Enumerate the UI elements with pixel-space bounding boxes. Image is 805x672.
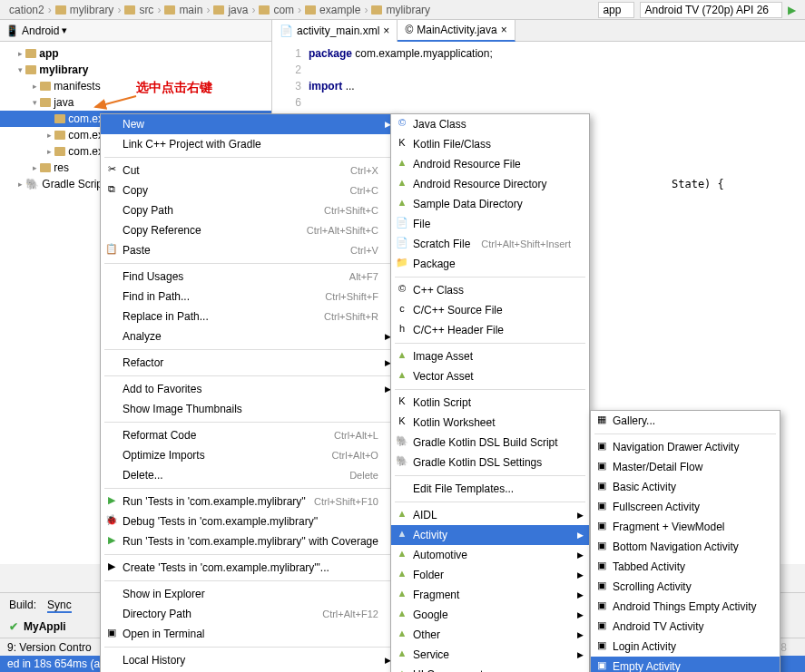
- menu-item-file[interactable]: 📄File: [391, 214, 589, 234]
- folder-icon: [259, 5, 270, 15]
- class-icon: ©: [395, 117, 409, 131]
- menu-item-scrolling-activity[interactable]: ▣Scrolling Activity: [591, 577, 780, 597]
- menu-item-delete[interactable]: Delete...Delete: [101, 465, 397, 485]
- menu-item-local-history[interactable]: Local History▶: [101, 650, 397, 670]
- menu-item-basic-activity[interactable]: ▣Basic Activity: [591, 477, 780, 497]
- menu-item-analyze[interactable]: Analyze▶: [101, 326, 397, 346]
- menu-item-optimize-imports[interactable]: Optimize ImportsCtrl+Alt+O: [101, 445, 397, 465]
- menu-item-folder[interactable]: ▲Folder▶: [391, 565, 589, 585]
- menu-item-things-empty[interactable]: ▣Android Things Empty Activity: [591, 597, 780, 617]
- menu-item-run-tests[interactable]: ▶Run 'Tests in 'com.example.mylibrary''C…: [101, 492, 397, 511]
- menu-item-vector-asset[interactable]: ▲Vector Asset: [391, 366, 589, 386]
- menu-item-sample-data[interactable]: ▲Sample Data Directory: [391, 194, 589, 214]
- menu-item-show-explorer[interactable]: Show in Explorer: [101, 584, 397, 604]
- menu-item-debug-tests[interactable]: 🐞Debug 'Tests in 'com.example.mylibrary'…: [101, 511, 397, 531]
- version-control-tab[interactable]: 9: Version Contro: [7, 641, 92, 654]
- breadcrumb-item[interactable]: src: [139, 4, 153, 16]
- device-selector[interactable]: Android TV (720p) API 26: [640, 2, 782, 18]
- menu-item-cpp-source[interactable]: cC/C++ Source File: [391, 300, 589, 320]
- menu-item-activity[interactable]: ▲Activity▶: [391, 525, 589, 545]
- menu-item-android-res-dir[interactable]: ▲Android Resource Directory: [391, 174, 589, 194]
- menu-item-empty-activity[interactable]: ▣Empty Activity: [591, 657, 780, 672]
- menu-item-new[interactable]: New▶: [101, 114, 397, 134]
- cpp-icon: ©: [395, 283, 409, 297]
- menu-item-paste[interactable]: 📋PasteCtrl+V: [101, 240, 397, 260]
- menu-item-show-thumbnails[interactable]: Show Image Thumbnails: [101, 399, 397, 419]
- menu-item-kotlin-worksheet[interactable]: KKotlin Worksheet: [391, 413, 589, 433]
- editor-tab[interactable]: 📄activity_main.xml×: [272, 20, 398, 42]
- breadcrumb-item[interactable]: mylibrary: [386, 4, 430, 16]
- menu-item-create-tests[interactable]: ▶Create 'Tests in 'com.example.mylibrary…: [101, 558, 397, 578]
- menu-item-login-activity[interactable]: ▣Login Activity: [591, 637, 780, 657]
- menu-item-link-cpp[interactable]: Link C++ Project with Gradle: [101, 134, 397, 154]
- menu-item-gradle-build[interactable]: 🐘Gradle Kotlin DSL Build Script: [391, 433, 589, 453]
- menu-item-cpp-header[interactable]: hC/C++ Header File: [391, 320, 589, 340]
- menu-item-cpp-class[interactable]: ©C++ Class: [391, 280, 589, 300]
- menu-item-kotlin-script[interactable]: KKotlin Script: [391, 393, 589, 413]
- menu-item-copy-path[interactable]: Copy PathCtrl+Shift+C: [101, 200, 397, 220]
- menu-item-android-res-file[interactable]: ▲Android Resource File: [391, 154, 589, 174]
- run-icon[interactable]: ▶: [788, 4, 796, 16]
- menu-item-open-terminal[interactable]: ▣Open in Terminal: [101, 624, 397, 644]
- breadcrumb-item[interactable]: mylibrary: [70, 4, 114, 16]
- tree-item-mylibrary[interactable]: ▾ mylibrary: [0, 62, 271, 78]
- android-icon: ▲: [395, 197, 409, 211]
- menu-item-find-usages[interactable]: Find UsagesAlt+F7: [101, 267, 397, 287]
- breadcrumb-item[interactable]: example: [319, 4, 360, 16]
- menu-item-refactor[interactable]: Refactor▶: [101, 353, 397, 373]
- menu-item-package[interactable]: 📁Package: [391, 254, 589, 274]
- menu-item-service[interactable]: ▲Service▶: [391, 645, 589, 665]
- breadcrumb-item[interactable]: com: [273, 4, 294, 16]
- kotlin-icon: K: [395, 395, 409, 410]
- menu-item-fragment-viewmodel[interactable]: ▣Fragment + ViewModel: [591, 517, 780, 537]
- menu-item-nav-drawer[interactable]: ▣Navigation Drawer Activity: [591, 437, 780, 457]
- package-icon: [54, 131, 65, 140]
- menu-item-find-in-path[interactable]: Find in Path...Ctrl+Shift+F: [101, 287, 397, 307]
- tree-item-app[interactable]: ▸ app: [0, 45, 271, 62]
- menu-item-fullscreen-activity[interactable]: ▣Fullscreen Activity: [591, 497, 780, 517]
- editor-tab-active[interactable]: ©MainActivity.java×: [398, 20, 515, 42]
- menu-item-copy-reference[interactable]: Copy ReferenceCtrl+Alt+Shift+C: [101, 220, 397, 240]
- android-icon: ▲: [395, 608, 409, 622]
- tree-item-java[interactable]: ▾ java: [0, 94, 271, 111]
- menu-item-master-detail[interactable]: ▣Master/Detail Flow: [591, 457, 780, 477]
- menu-item-ui-component[interactable]: ▲UI Component▶: [391, 665, 589, 672]
- android-icon: ▲: [395, 648, 409, 662]
- breadcrumb-item[interactable]: java: [228, 4, 248, 16]
- menu-item-tv-activity[interactable]: ▣Android TV Activity: [591, 617, 780, 637]
- menu-item-aidl[interactable]: ▲AIDL▶: [391, 505, 589, 525]
- menu-item-gradle-settings[interactable]: 🐘Gradle Kotlin DSL Settings: [391, 453, 589, 472]
- editor-tabs: 📄activity_main.xml× ©MainActivity.java×: [272, 20, 805, 42]
- menu-item-java-class[interactable]: ©Java Class: [391, 114, 589, 134]
- menu-item-image-asset[interactable]: ▲Image Asset: [391, 346, 589, 366]
- menu-item-reformat[interactable]: Reformat CodeCtrl+Alt+L: [101, 425, 397, 445]
- menu-item-cut[interactable]: ✂CutCtrl+X: [101, 161, 397, 180]
- project-tab-header[interactable]: 📱 Android ▾: [0, 20, 271, 42]
- menu-item-gallery[interactable]: ▦Gallery...: [591, 411, 780, 431]
- menu-item-add-favorites[interactable]: Add to Favorites▶: [101, 379, 397, 399]
- breadcrumb-bar: cation2› mylibrary› src› main› java› com…: [0, 0, 805, 20]
- menu-item-kotlin-file[interactable]: KKotlin File/Class: [391, 134, 589, 154]
- menu-item-run-coverage[interactable]: ▶Run 'Tests in 'com.example.mylibrary'' …: [101, 531, 397, 551]
- breadcrumb-item[interactable]: cation2: [9, 4, 44, 16]
- menu-item-directory-path[interactable]: Directory PathCtrl+Alt+F12: [101, 604, 397, 624]
- close-icon[interactable]: ×: [501, 24, 507, 36]
- activity-icon: ▣: [594, 500, 609, 514]
- folder-icon: [40, 82, 51, 91]
- activity-icon: ▣: [594, 440, 609, 454]
- menu-item-automotive[interactable]: ▲Automotive▶: [391, 545, 589, 565]
- menu-item-google[interactable]: ▲Google▶: [391, 605, 589, 625]
- menu-item-scratch[interactable]: 📄Scratch FileCtrl+Alt+Shift+Insert: [391, 234, 589, 254]
- menu-item-fragment[interactable]: ▲Fragment▶: [391, 585, 589, 605]
- menu-item-bottom-nav[interactable]: ▣Bottom Navigation Activity: [591, 537, 780, 557]
- close-icon[interactable]: ×: [383, 24, 389, 37]
- menu-item-other[interactable]: ▲Other▶: [391, 625, 589, 645]
- menu-item-copy[interactable]: ⧉CopyCtrl+C: [101, 180, 397, 200]
- menu-item-edit-templates[interactable]: Edit File Templates...: [391, 479, 589, 499]
- menu-item-tabbed-activity[interactable]: ▣Tabbed Activity: [591, 557, 780, 577]
- breadcrumb-item[interactable]: main: [179, 4, 202, 16]
- xml-icon: 📄: [280, 24, 293, 37]
- menu-item-replace-in-path[interactable]: Replace in Path...Ctrl+Shift+R: [101, 307, 397, 326]
- run-config-selector[interactable]: app: [598, 2, 634, 18]
- build-tab-sync[interactable]: Sync: [47, 599, 72, 613]
